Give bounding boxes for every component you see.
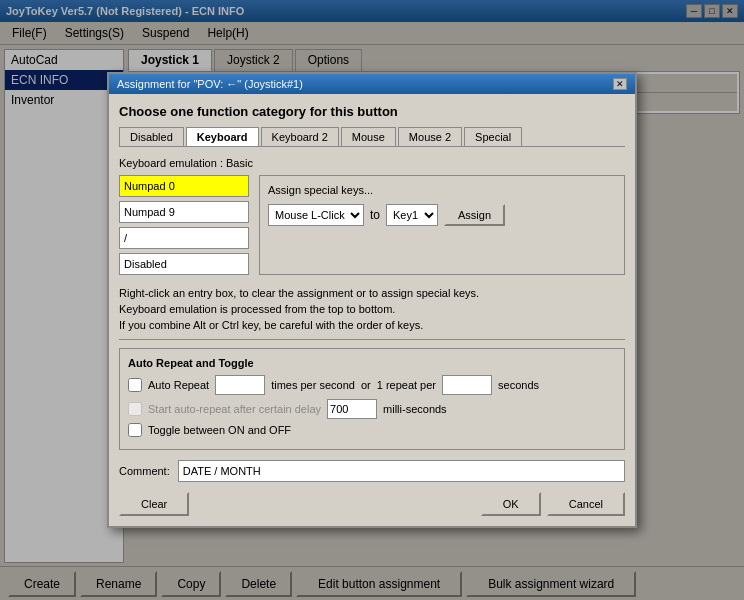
toggle-label: Toggle between ON and OFF bbox=[148, 424, 291, 436]
modal-footer: Clear OK Cancel bbox=[119, 492, 625, 516]
modal-title: Assignment for "POV: ←" (Joystick#1) bbox=[117, 78, 303, 90]
toggle-row: Toggle between ON and OFF bbox=[128, 423, 616, 437]
modal-body: Choose one function category for this bu… bbox=[109, 94, 635, 526]
info-text-0: Right-click an entry box, to clear the a… bbox=[119, 287, 625, 299]
modal-overlay: Assignment for "POV: ←" (Joystick#1) ✕ C… bbox=[0, 0, 744, 600]
repeat-per-input[interactable] bbox=[442, 375, 492, 395]
footer-right: OK Cancel bbox=[481, 492, 625, 516]
key-input-3[interactable] bbox=[119, 253, 249, 275]
fn-tab-mouse[interactable]: Mouse bbox=[341, 127, 396, 146]
auto-repeat-label: Auto Repeat bbox=[148, 379, 209, 391]
toggle-checkbox[interactable] bbox=[128, 423, 142, 437]
modal-titlebar: Assignment for "POV: ←" (Joystick#1) ✕ bbox=[109, 74, 635, 94]
fn-tab-disabled[interactable]: Disabled bbox=[119, 127, 184, 146]
assign-button[interactable]: Assign bbox=[444, 204, 505, 226]
section-label: Keyboard emulation : Basic bbox=[119, 157, 625, 169]
info-text-1: Keyboard emulation is processed from the… bbox=[119, 303, 625, 315]
special-key-dropdown1[interactable]: Mouse L-Click bbox=[268, 204, 364, 226]
start-delay-checkbox[interactable] bbox=[128, 402, 142, 416]
modal-heading: Choose one function category for this bu… bbox=[119, 104, 625, 119]
assignment-modal: Assignment for "POV: ←" (Joystick#1) ✕ C… bbox=[107, 72, 637, 528]
repeat-per-label: 1 repeat per bbox=[377, 379, 436, 391]
fn-tab-mouse2[interactable]: Mouse 2 bbox=[398, 127, 462, 146]
comment-input[interactable] bbox=[178, 460, 625, 482]
auto-repeat-title: Auto Repeat and Toggle bbox=[128, 357, 616, 369]
auto-repeat-checkbox[interactable] bbox=[128, 378, 142, 392]
special-key-dropdown2[interactable]: Key1 bbox=[386, 204, 438, 226]
special-keys-label: Assign special keys... bbox=[268, 184, 616, 196]
auto-repeat-row: Auto Repeat times per second or 1 repeat… bbox=[128, 375, 616, 395]
key-input-0[interactable] bbox=[119, 175, 249, 197]
function-tabs: Disabled Keyboard Keyboard 2 Mouse Mouse… bbox=[119, 127, 625, 147]
times-per-second-label: times per second bbox=[271, 379, 355, 391]
fn-tab-keyboard[interactable]: Keyboard bbox=[186, 127, 259, 146]
key-input-2[interactable] bbox=[119, 227, 249, 249]
seconds-label: seconds bbox=[498, 379, 539, 391]
footer-left: Clear bbox=[119, 492, 189, 516]
kb-layout: Assign special keys... Mouse L-Click to … bbox=[119, 175, 625, 275]
times-per-second-input[interactable] bbox=[215, 375, 265, 395]
key-list bbox=[119, 175, 249, 275]
or-label: or bbox=[361, 379, 371, 391]
ms-label: milli-seconds bbox=[383, 403, 447, 415]
comment-row: Comment: bbox=[119, 460, 625, 482]
comment-label: Comment: bbox=[119, 465, 170, 477]
modal-close-button[interactable]: ✕ bbox=[613, 78, 627, 90]
ok-button[interactable]: OK bbox=[481, 492, 541, 516]
ms-input[interactable] bbox=[327, 399, 377, 419]
to-label: to bbox=[370, 208, 380, 222]
auto-repeat-section: Auto Repeat and Toggle Auto Repeat times… bbox=[119, 348, 625, 450]
start-delay-label: Start auto-repeat after certain delay bbox=[148, 403, 321, 415]
info-text-2: If you combine Alt or Ctrl key, be caref… bbox=[119, 319, 625, 331]
key-input-1[interactable] bbox=[119, 201, 249, 223]
start-delay-row: Start auto-repeat after certain delay mi… bbox=[128, 399, 616, 419]
fn-tab-special[interactable]: Special bbox=[464, 127, 522, 146]
fn-tab-keyboard2[interactable]: Keyboard 2 bbox=[261, 127, 339, 146]
special-keys-row: Mouse L-Click to Key1 Assign bbox=[268, 204, 616, 226]
cancel-button[interactable]: Cancel bbox=[547, 492, 625, 516]
divider bbox=[119, 339, 625, 340]
special-keys-panel: Assign special keys... Mouse L-Click to … bbox=[259, 175, 625, 275]
clear-button[interactable]: Clear bbox=[119, 492, 189, 516]
